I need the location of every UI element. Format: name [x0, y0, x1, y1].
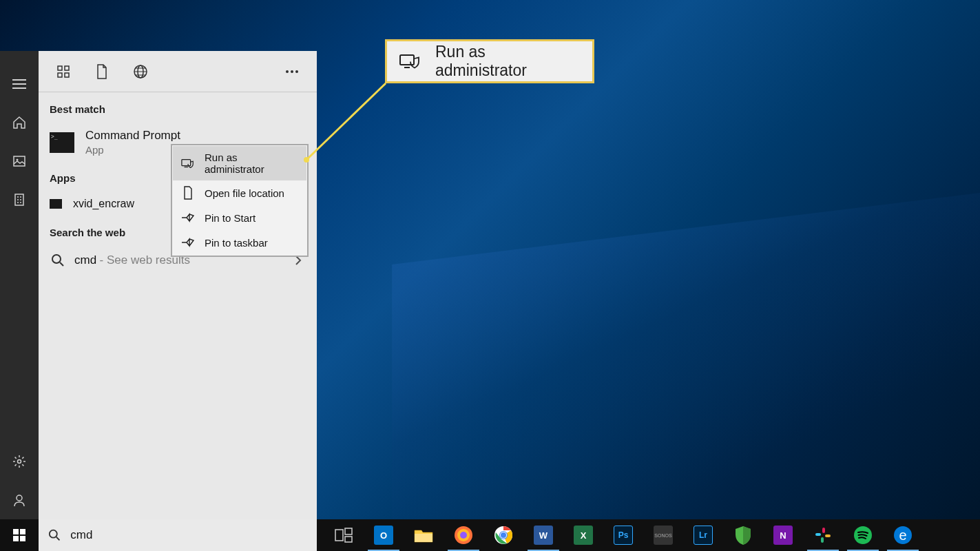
ctx-label: Run as administrator	[205, 152, 298, 175]
svg-text:e: e	[899, 528, 906, 543]
pin-icon	[181, 236, 195, 249]
taskbar-app-onenote[interactable]: N	[763, 519, 803, 551]
svg-point-34	[501, 532, 506, 538]
svg-rect-37	[815, 533, 821, 536]
ctx-pin-taskbar[interactable]: Pin to taskbar	[173, 230, 306, 255]
admin-shield-icon	[181, 156, 195, 170]
taskbar-app-excel[interactable]: X	[563, 519, 603, 551]
svg-point-11	[286, 70, 289, 73]
start-search-panel: Best match Command Prompt App Apps xvid_…	[39, 51, 317, 519]
filter-apps-icon[interactable]	[44, 52, 83, 91]
ctx-pin-start[interactable]: Pin to Start	[173, 205, 306, 230]
svg-rect-24	[335, 530, 343, 541]
svg-point-4	[17, 495, 22, 501]
svg-rect-19	[13, 529, 19, 534]
svg-rect-8	[65, 73, 69, 77]
admin-shield-icon	[399, 52, 421, 70]
svg-rect-20	[20, 529, 25, 534]
svg-point-14	[52, 255, 61, 263]
svg-rect-38	[821, 537, 824, 543]
svg-rect-39	[825, 534, 831, 537]
cmd-icon	[50, 132, 74, 153]
start-button[interactable]	[0, 519, 39, 551]
ctx-open-location[interactable]: Open file location	[173, 180, 306, 205]
search-icon	[51, 253, 65, 267]
result-subtitle: App	[85, 144, 180, 156]
svg-rect-0	[14, 156, 25, 166]
app-icon	[50, 199, 62, 209]
callout-label: Run as administrator	[435, 43, 580, 80]
taskbar-app-security[interactable]	[723, 519, 763, 551]
taskbar-app-file-explorer[interactable]	[404, 519, 444, 551]
app-name: xvid_encraw	[73, 198, 134, 210]
taskbar-app-photoshop[interactable]: Ps	[603, 519, 643, 551]
ctx-label: Pin to taskbar	[205, 237, 268, 249]
svg-rect-2	[15, 194, 23, 205]
taskbar-app-task-view[interactable]	[324, 519, 364, 551]
svg-rect-16	[400, 55, 414, 65]
result-title: Command Prompt	[85, 129, 180, 143]
svg-rect-27	[415, 534, 432, 542]
settings-icon[interactable]	[0, 442, 39, 481]
taskbar: OWXPsSONOSLrNe	[0, 519, 980, 551]
taskbar-search[interactable]	[39, 519, 317, 551]
taskbar-app-outlook[interactable]: O	[364, 519, 404, 551]
ctx-label: Open file location	[205, 187, 284, 199]
hamburger-icon[interactable]	[0, 65, 39, 103]
ctx-run-as-admin[interactable]: Run as administrator	[173, 146, 306, 180]
svg-point-3	[18, 460, 21, 464]
search-filter-row	[39, 51, 317, 92]
svg-rect-21	[13, 536, 19, 541]
svg-rect-6	[65, 66, 69, 70]
filter-documents-icon[interactable]	[83, 52, 121, 91]
taskbar-app-lightroom[interactable]: Lr	[683, 519, 723, 551]
svg-rect-40	[822, 528, 825, 533]
taskbar-app-edge[interactable]: e	[883, 519, 923, 551]
svg-text:SONOS: SONOS	[654, 533, 672, 538]
svg-rect-22	[20, 536, 25, 541]
svg-rect-26	[345, 537, 352, 542]
context-menu: Run as administrator Open file location …	[171, 144, 309, 257]
web-query: cmd	[74, 253, 96, 267]
home-icon[interactable]	[0, 103, 39, 142]
svg-point-12	[291, 70, 293, 73]
svg-rect-5	[58, 66, 62, 70]
taskbar-apps: OWXPsSONOSLrNe	[324, 519, 923, 551]
account-icon[interactable]	[0, 481, 39, 519]
search-icon	[48, 528, 61, 542]
svg-point-30	[460, 532, 467, 539]
best-match-header: Best match	[39, 92, 317, 123]
taskbar-app-firefox[interactable]	[444, 519, 483, 551]
more-icon[interactable]	[273, 52, 311, 91]
svg-rect-25	[345, 528, 352, 534]
svg-rect-7	[58, 73, 62, 77]
svg-point-23	[50, 530, 57, 538]
taskbar-app-slack[interactable]	[803, 519, 843, 551]
filter-web-icon[interactable]	[121, 52, 160, 91]
taskbar-app-word[interactable]: W	[523, 519, 563, 551]
svg-point-13	[295, 70, 298, 73]
file-location-icon	[181, 186, 195, 200]
search-input[interactable]	[70, 528, 307, 542]
start-menu-rail	[0, 51, 39, 519]
pin-icon	[181, 211, 195, 225]
taskbar-app-chrome[interactable]	[483, 519, 523, 551]
building-icon[interactable]	[0, 180, 39, 219]
annotation-callout: Run as administrator	[385, 39, 594, 83]
photos-icon[interactable]	[0, 142, 39, 180]
svg-point-1	[17, 159, 19, 161]
ctx-label: Pin to Start	[205, 212, 256, 224]
taskbar-app-sonos[interactable]: SONOS	[643, 519, 683, 551]
svg-rect-15	[182, 160, 191, 166]
taskbar-app-spotify[interactable]	[843, 519, 883, 551]
